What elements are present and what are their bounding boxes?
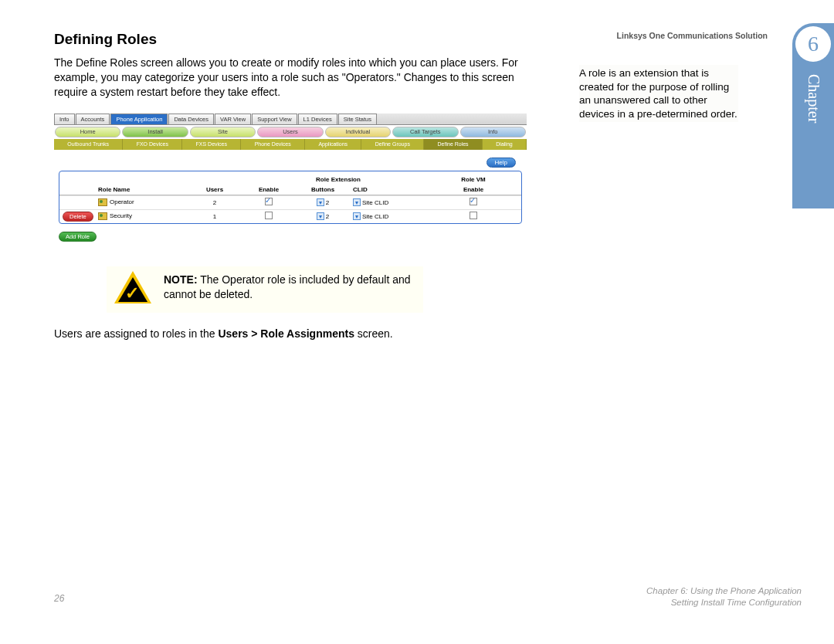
sub-tab[interactable]: Applications	[305, 139, 361, 150]
help-button[interactable]: Help	[486, 158, 516, 168]
col-enable: Enable	[242, 185, 296, 195]
chapter-number: 6	[795, 26, 831, 62]
buttons-value: 2	[326, 213, 329, 220]
footer-line1: Chapter 6: Using the Phone Application	[646, 585, 802, 597]
sub-tab[interactable]: FXS Devices	[182, 139, 241, 150]
note-box: ✓ NOTE: The Operator role is included by…	[107, 266, 423, 313]
clid-value: Site CLID	[362, 199, 388, 206]
footer-right: Chapter 6: Using the Phone Application S…	[646, 585, 802, 608]
roles-table: Role Extension Role VM Role Name Users E…	[59, 171, 522, 224]
margin-note: A role is an extension that is created f…	[579, 65, 738, 122]
note-text: NOTE: The Operator role is included by d…	[164, 273, 415, 300]
sub-tab[interactable]: Phone Devices	[241, 139, 305, 150]
section-pill[interactable]: Call Targets	[392, 127, 458, 137]
col-group-vm: Role VM	[435, 175, 512, 185]
buttons-stepper[interactable]: ▾	[317, 198, 324, 206]
role-icon	[98, 212, 107, 220]
chapter-label: Chapter	[805, 74, 822, 123]
sub-tab[interactable]: Define Roles	[424, 139, 483, 150]
section-pill[interactable]: Individual	[325, 127, 391, 137]
top-tab[interactable]: Info	[54, 114, 75, 124]
col-group-extension: Role Extension	[242, 175, 435, 185]
role-users: 2	[188, 198, 242, 208]
role-name: Security	[110, 212, 132, 219]
top-tab[interactable]: Accounts	[76, 114, 110, 124]
role-users: 1	[188, 212, 242, 222]
top-tab[interactable]: VAR View	[215, 114, 251, 124]
section-pill[interactable]: Site	[190, 127, 256, 137]
section-pill[interactable]: Info	[460, 127, 526, 137]
sub-tab[interactable]: Define Groups	[361, 139, 424, 150]
after-note-c: screen.	[354, 327, 393, 340]
clid-stepper[interactable]: ▾	[353, 212, 361, 220]
after-note-text: Users are assigned to roles in the Users…	[54, 327, 533, 341]
section-pill[interactable]: Home	[55, 127, 120, 137]
warning-icon: ✓	[114, 271, 151, 303]
buttons-value: 2	[326, 199, 329, 206]
top-tab[interactable]: Site Status	[338, 114, 377, 124]
clid-stepper[interactable]: ▾	[353, 198, 361, 206]
col-clid: CLID	[350, 185, 435, 195]
top-tab[interactable]: Phone Application	[110, 114, 168, 124]
pill-tab-row: HomeInstallSiteUsersIndividualCall Targe…	[54, 125, 527, 139]
header-product: Linksys One Communications Solution	[617, 31, 768, 40]
vm-checkbox[interactable]	[470, 198, 477, 205]
sub-tab-row: Outbound TrunksFXO DevicesFXS DevicesPho…	[54, 139, 527, 150]
add-role-button[interactable]: Add Role	[59, 232, 97, 242]
clid-value: Site CLID	[362, 213, 388, 220]
intro-text: The Define Roles screen allows you to cr…	[54, 56, 533, 100]
sub-tab[interactable]: FXO Devices	[123, 139, 182, 150]
section-pill[interactable]: Install	[122, 127, 188, 137]
role-name: Operator	[110, 198, 134, 205]
page-content: Linksys One Communications Solution Defi…	[54, 31, 795, 341]
col-buttons: Buttons	[296, 185, 350, 195]
sub-tab[interactable]: Dialing	[483, 139, 527, 150]
role-icon	[98, 198, 107, 206]
note-body: The Operator role is included by default…	[164, 273, 411, 300]
define-roles-screenshot: InfoAccountsPhone ApplicationData Device…	[54, 114, 527, 245]
table-row: DeleteSecurity1▾2▾Site CLID	[59, 209, 521, 223]
top-tab-row: InfoAccountsPhone ApplicationData Device…	[54, 114, 527, 125]
footer-line2: Setting Install Time Configuration	[646, 597, 802, 608]
after-note-b: Users > Role Assignments	[218, 327, 354, 340]
page-number: 26	[54, 593, 64, 604]
buttons-stepper[interactable]: ▾	[317, 212, 324, 220]
enable-checkbox[interactable]	[265, 212, 273, 219]
col-vm-enable: Enable	[435, 185, 512, 195]
top-tab[interactable]: L1 Devices	[298, 114, 337, 124]
delete-button[interactable]: Delete	[63, 212, 93, 222]
col-users: Users	[188, 185, 242, 195]
sub-tab[interactable]: Outbound Trunks	[54, 139, 123, 150]
table-row: Operator2▾2▾Site CLID	[59, 195, 521, 209]
after-note-a: Users are assigned to roles in the	[54, 327, 218, 340]
vm-checkbox[interactable]	[470, 212, 477, 219]
top-tab[interactable]: Support View	[252, 114, 297, 124]
section-pill[interactable]: Users	[257, 127, 323, 137]
enable-checkbox[interactable]	[265, 198, 273, 205]
note-prefix: NOTE:	[164, 273, 198, 286]
chapter-tab: 6 Chapter	[792, 23, 834, 208]
col-role-name: Role Name	[95, 185, 188, 195]
top-tab[interactable]: Data Devices	[168, 114, 214, 124]
